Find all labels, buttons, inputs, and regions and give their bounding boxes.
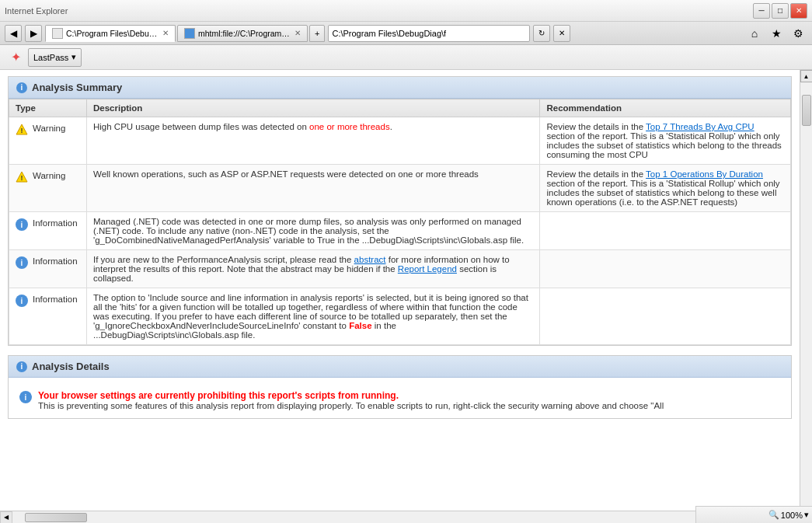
rec-cell-1: Review the details in the Top 7 Threads …	[540, 117, 791, 165]
analysis-details-section: i Analysis Details i Your browser settin…	[8, 355, 792, 419]
tab-bar: C:\Program Files\DebugDiag\f ✕ mhtml:fil…	[45, 25, 325, 42]
desc-cell-2: Well known operations, such as ASP or AS…	[87, 165, 540, 212]
info-icon-5: i	[16, 295, 28, 307]
col-type: Type	[9, 99, 87, 117]
analysis-summary-table: Type Description Recommendation !	[9, 99, 791, 345]
settings-icon[interactable]: ⚙	[789, 24, 807, 43]
analysis-details-title: Analysis Details	[32, 361, 110, 372]
notice-red-text: Your browser settings are currently proh…	[38, 390, 664, 401]
info-icon-3: i	[16, 218, 28, 231]
back-button[interactable]: ◀	[5, 25, 22, 42]
notice-info-icon: i	[19, 391, 32, 403]
title-bar-left: Internet Explorer	[5, 6, 68, 16]
table-row: i Information Managed (.NET) code was de…	[9, 212, 791, 250]
tab2-close[interactable]: ✕	[294, 29, 301, 37]
type-cell-4: i Information	[9, 250, 87, 288]
refresh-button[interactable]: ↻	[533, 25, 550, 42]
table-row: ! Warning Well known operations, such as…	[9, 165, 791, 212]
analysis-details-header: i Analysis Details	[9, 356, 791, 378]
h-scroll-thumb[interactable]	[25, 513, 87, 522]
toolbar: ✦ LastPass ▾	[0, 45, 812, 70]
report-legend-link[interactable]: Report Legend	[398, 264, 457, 274]
type-label-1: Warning	[33, 124, 65, 133]
scroll-left-arrow[interactable]: ◀	[0, 511, 12, 524]
zoom-level: 100%	[781, 511, 803, 520]
details-section-icon: i	[16, 361, 27, 372]
desc-cell-1: High CPU usage between dump files was de…	[87, 117, 540, 165]
home-icon[interactable]: ⌂	[745, 24, 764, 43]
info-icon-4: i	[16, 256, 28, 269]
top7-threads-link[interactable]: Top 7 Threads By Avg CPU	[646, 122, 754, 131]
rec-cell-3	[540, 212, 791, 250]
scroll-thumb[interactable]	[802, 95, 811, 126]
scroll-up-arrow[interactable]: ▲	[800, 70, 813, 82]
close-button[interactable]: ✕	[790, 3, 807, 19]
lastpass-button[interactable]: LastPass ▾	[28, 48, 82, 67]
type-label-2: Warning	[33, 171, 65, 180]
table-row: i Information If you are new to the Perf…	[9, 250, 791, 288]
new-tab-button[interactable]: +	[309, 25, 325, 42]
desc-text-3: Managed (.NET) code was detected in one …	[93, 217, 524, 245]
warning-icon-1: !	[16, 124, 28, 136]
type-label-3: Information	[33, 218, 78, 228]
rec-cell-4	[540, 250, 791, 288]
tab1-label: C:\Program Files\DebugDiag\f	[66, 29, 159, 38]
lastpass-star-icon: ✦	[6, 48, 25, 67]
browser-notice: i Your browser settings are currently pr…	[19, 390, 780, 410]
section-icon: i	[16, 82, 27, 93]
tab2-label: mhtml:file://C:\Program Fil...	[198, 29, 291, 38]
zoom-bar: 🔍 100% ▾	[695, 506, 812, 523]
browser-title: Internet Explorer	[5, 6, 68, 16]
address-bar: ◀ ▶ C:\Program Files\DebugDiag\f ✕ mhtml…	[0, 22, 812, 45]
top1-operations-link[interactable]: Top 1 Operations By Duration	[646, 169, 763, 179]
desc-cell-3: Managed (.NET) code was detected in one …	[87, 212, 540, 250]
desc-text-5: The option to 'Include source and line i…	[93, 293, 528, 340]
restore-button[interactable]: □	[772, 3, 789, 19]
type-label-4: Information	[33, 256, 78, 266]
main-content: i Analysis Summary Type Description Reco…	[0, 70, 812, 523]
type-cell-3: i Information	[9, 212, 87, 250]
minimize-button[interactable]: ─	[753, 3, 770, 19]
favorites-icon[interactable]: ★	[767, 24, 786, 43]
zoom-dropdown-icon[interactable]: ▾	[804, 510, 809, 520]
rec-text-1: Review the details in the Top 7 Threads …	[546, 122, 781, 159]
desc-text-2: Well known operations, such as ASP or AS…	[93, 169, 479, 179]
page-body: i Analysis Summary Type Description Reco…	[0, 70, 800, 523]
tab1-favicon	[52, 28, 63, 39]
horizontal-scrollbar[interactable]: ◀ ▶	[0, 511, 800, 523]
analysis-summary-title: Analysis Summary	[32, 82, 122, 93]
notice-normal-text: This is preventing some features of this…	[38, 401, 664, 410]
analysis-summary-section: i Analysis Summary Type Description Reco…	[8, 76, 792, 346]
lastpass-label: LastPass	[33, 53, 68, 62]
tab-2[interactable]: mhtml:file://C:\Program Fil... ✕	[177, 25, 308, 42]
type-cell-1: ! Warning	[9, 117, 87, 165]
desc-text-4: If you are new to the PerformanceAnalysi…	[93, 255, 510, 283]
type-label-5: Information	[33, 295, 78, 304]
zoom-magnifier-icon: 🔍	[768, 510, 779, 520]
svg-text:!: !	[21, 127, 23, 134]
vertical-scrollbar[interactable]: ▲ ▼	[800, 70, 812, 523]
details-content: i Your browser settings are currently pr…	[9, 378, 791, 418]
tab1-close[interactable]: ✕	[162, 29, 169, 37]
rec-cell-2: Review the details in the Top 1 Operatio…	[540, 165, 791, 212]
table-row: i Information The option to 'Include sou…	[9, 288, 791, 345]
desc-text-1: High CPU usage between dump files was de…	[93, 122, 392, 131]
rec-cell-5	[540, 288, 791, 345]
tab-1[interactable]: C:\Program Files\DebugDiag\f ✕	[45, 25, 176, 42]
address-input[interactable]	[328, 25, 530, 42]
stop-button[interactable]: ✕	[553, 25, 570, 42]
type-cell-2: ! Warning	[9, 165, 87, 212]
rec-text-2: Review the details in the Top 1 Operatio…	[546, 169, 779, 207]
title-bar: Internet Explorer ─ □ ✕	[0, 0, 812, 22]
desc-cell-4: If you are new to the PerformanceAnalysi…	[87, 250, 540, 288]
svg-text:!: !	[21, 174, 23, 182]
tab2-favicon	[184, 28, 195, 39]
desc-cell-5: The option to 'Include source and line i…	[87, 288, 540, 345]
forward-button[interactable]: ▶	[25, 25, 42, 42]
analysis-summary-header: i Analysis Summary	[9, 77, 791, 99]
abstract-link[interactable]: abstract	[354, 255, 386, 264]
lastpass-dropdown-icon: ▾	[71, 52, 76, 62]
col-description: Description	[87, 99, 540, 117]
col-recommendation: Recommendation	[540, 99, 791, 117]
title-bar-controls: ─ □ ✕	[753, 3, 807, 19]
